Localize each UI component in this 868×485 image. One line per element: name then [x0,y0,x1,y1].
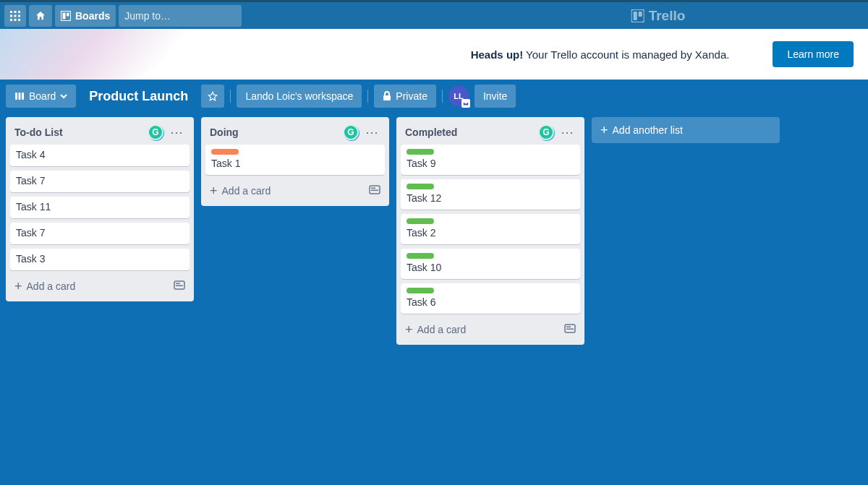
svg-rect-16 [19,93,21,100]
board-header: Board Product Launch Lando Loic's worksp… [0,80,868,113]
board-view-icon [14,91,25,101]
card[interactable]: Task 6 [401,283,580,314]
card[interactable]: Task 1 [205,145,385,175]
separator [230,90,231,103]
card-title: Task 3 [16,253,184,265]
list-menu-button[interactable]: ⋯ [558,129,576,136]
card-template-button[interactable] [174,279,185,293]
card-title: Task 10 [407,262,574,273]
add-card-label: Add a card [417,324,467,335]
list-header: CompletedG⋯ [401,121,580,145]
workspace-button[interactable]: Lando Loic's workspace [237,85,362,108]
topbar: Boards Trello [0,0,868,29]
grammarly-icon[interactable]: G [148,124,163,140]
add-card-button[interactable]: +Add a card [401,318,580,340]
search-input[interactable] [124,10,251,22]
avatar-badge-icon [461,99,470,108]
list-title[interactable]: Completed [405,126,538,138]
card[interactable]: Task 7 [10,171,190,192]
boards-button[interactable]: Boards [55,5,116,27]
svg-rect-14 [639,12,642,17]
add-card-button[interactable]: +Add a card [205,179,385,202]
visibility-button[interactable]: Private [374,85,436,108]
plus-icon: + [14,281,22,291]
grammarly-icon[interactable]: G [343,124,359,140]
card-label[interactable] [407,288,434,293]
search-box[interactable] [119,5,242,27]
svg-rect-21 [176,286,183,287]
svg-rect-18 [383,95,391,100]
list-title[interactable]: To-do List [14,126,148,138]
svg-rect-0 [10,11,12,13]
card[interactable]: Task 7 [10,223,190,244]
card[interactable]: Task 4 [10,145,190,166]
chevron-down-icon [60,93,67,100]
card-title: Task 4 [16,149,184,160]
trello-icon [631,9,644,22]
board-icon [61,11,71,21]
card-label[interactable] [407,184,434,189]
svg-rect-10 [63,12,66,19]
svg-rect-23 [371,188,375,189]
separator [367,90,368,103]
svg-rect-9 [61,11,71,21]
grammarly-icon[interactable]: G [538,124,554,140]
home-button[interactable] [29,5,52,27]
card-label[interactable] [407,253,434,259]
plus-icon: + [405,325,413,335]
svg-rect-13 [634,12,637,20]
banner: Heads up! Your Trello account is managed… [0,29,868,80]
card[interactable]: Task 9 [401,145,580,175]
board-view-button[interactable]: Board [6,85,76,108]
svg-rect-20 [176,283,180,285]
card-title: Task 2 [407,227,574,239]
apps-icon [10,11,20,21]
svg-rect-26 [566,327,571,328]
card-title: Task 12 [407,192,574,204]
apps-button[interactable] [4,5,26,27]
list-header: DoingG⋯ [205,121,385,145]
banner-msg: Your Trello account is managed by Xanda. [523,48,729,61]
card-label[interactable] [211,149,239,155]
learn-more-button[interactable]: Learn more [773,41,854,67]
svg-rect-1 [14,11,17,13]
add-card-button[interactable]: +Add a card [10,275,190,297]
add-card-label: Add a card [222,185,271,197]
list-title[interactable]: Doing [210,126,343,138]
list-menu-button[interactable]: ⋯ [168,129,185,136]
card-template-button[interactable] [564,322,576,336]
card[interactable]: Task 2 [401,214,580,244]
card-label[interactable] [407,149,434,155]
banner-bold: Heads up! [471,48,524,61]
card[interactable]: Task 3 [10,249,190,270]
separator [442,90,443,103]
invite-button[interactable]: Invite [475,85,516,108]
list-menu-button[interactable]: ⋯ [363,129,380,136]
card[interactable]: Task 11 [10,197,190,218]
list: CompletedG⋯Task 9Task 12Task 2Task 10Tas… [396,117,584,345]
add-list-button[interactable]: +Add another list [592,117,780,143]
lock-icon [383,91,391,101]
board-view-label: Board [29,90,56,102]
svg-rect-3 [10,14,12,17]
card[interactable]: Task 12 [401,179,580,210]
list: To-do ListG⋯Task 4Task 7Task 11Task 7Tas… [6,117,194,301]
card-label[interactable] [407,218,434,224]
avatar[interactable]: LL [448,86,469,106]
card-title: Task 1 [211,158,379,169]
svg-rect-6 [10,19,12,21]
svg-rect-11 [67,12,69,16]
star-button[interactable] [201,85,224,108]
svg-rect-17 [22,93,24,100]
brand-logo[interactable]: Trello [631,2,686,29]
svg-rect-7 [14,19,17,21]
card-title: Task 11 [16,201,184,213]
card[interactable]: Task 10 [401,249,580,279]
boards-label: Boards [75,10,110,22]
svg-rect-2 [18,11,20,13]
card-template-button[interactable] [369,184,380,197]
board-name[interactable]: Product Launch [82,85,195,108]
svg-rect-15 [15,93,17,100]
brand-text: Trello [649,8,686,24]
svg-rect-8 [18,19,20,21]
